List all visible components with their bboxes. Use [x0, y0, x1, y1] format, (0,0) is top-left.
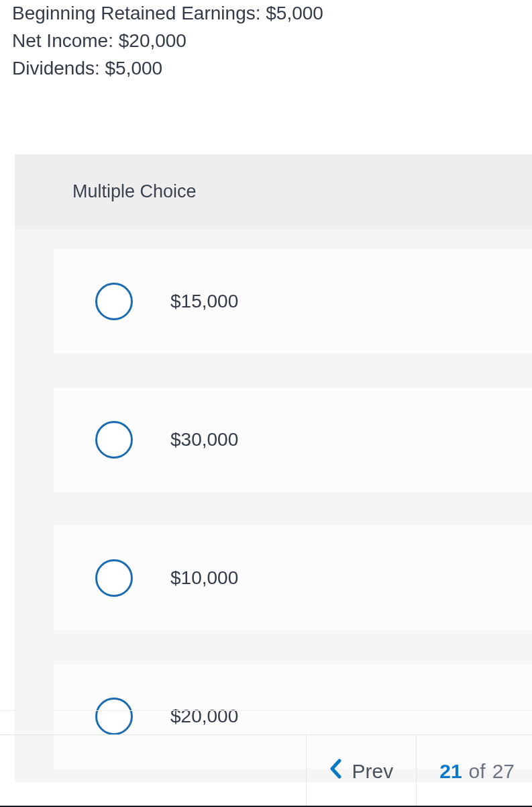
question-line-3: Dividends: $5,000 [12, 55, 520, 81]
multiple-choice-header: Multiple Choice [15, 154, 532, 229]
mc-option-1[interactable]: $15,000 [54, 249, 532, 354]
mc-option-label: $30,000 [170, 429, 238, 450]
radio-icon [95, 283, 133, 320]
multiple-choice-container: Multiple Choice $15,000 $30,000 $10,000 … [15, 154, 532, 782]
of-label: of [469, 760, 486, 783]
footer-nav: Prev 21 of 27 [0, 734, 532, 807]
footer-top-divider [0, 710, 532, 734]
mc-option-label: $15,000 [170, 291, 238, 312]
page-indicator: 21 of 27 [416, 735, 532, 807]
question-info: Beginning Retained Earnings: $5,000 Net … [0, 0, 532, 82]
radio-icon [95, 421, 133, 459]
question-line-2: Net Income: $20,000 [12, 28, 520, 54]
mc-option-label: $10,000 [170, 567, 238, 589]
chevron-left-icon [329, 759, 343, 784]
radio-icon [95, 559, 133, 597]
current-page: 21 [439, 760, 462, 783]
mc-option-2[interactable]: $30,000 [54, 387, 532, 492]
multiple-choice-options: $15,000 $30,000 $10,000 $20,000 [15, 229, 532, 782]
prev-label: Prev [352, 760, 394, 783]
question-line-1: Beginning Retained Earnings: $5,000 [12, 0, 520, 26]
prev-button[interactable]: Prev [306, 735, 417, 807]
total-pages: 27 [492, 760, 515, 783]
mc-option-3[interactable]: $10,000 [54, 526, 532, 630]
